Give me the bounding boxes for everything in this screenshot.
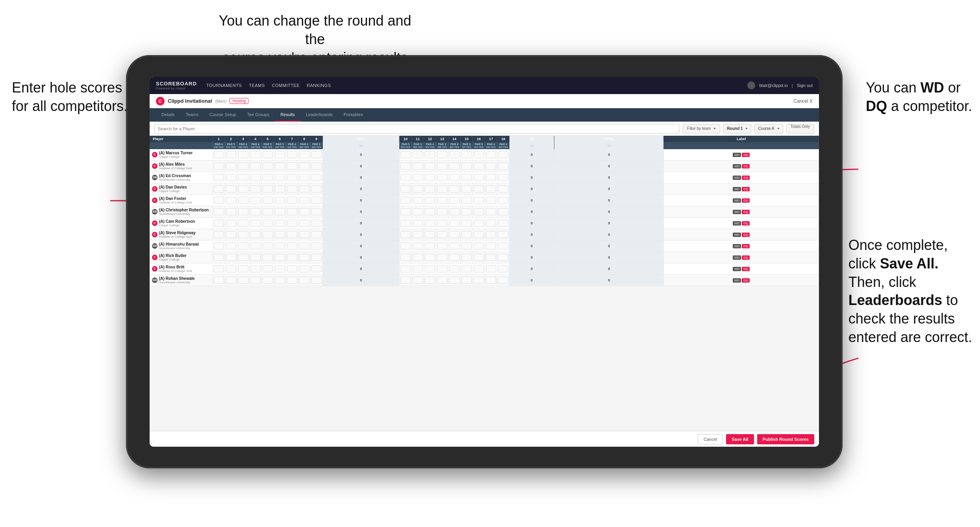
hole-9-input[interactable] [311, 185, 322, 192]
dq-button[interactable]: DQ [742, 278, 750, 283]
hole-12-input[interactable] [425, 254, 435, 261]
hole-2-input[interactable] [226, 242, 236, 250]
hole-15-input[interactable] [461, 163, 472, 170]
hole-10-input[interactable] [400, 242, 411, 250]
hole-13-input[interactable] [437, 242, 447, 250]
hole-7-input[interactable] [287, 163, 297, 170]
hole-3-input[interactable] [238, 208, 248, 215]
sign-out-text[interactable]: Sign out [797, 83, 813, 88]
hole-4-input[interactable] [250, 265, 261, 272]
hole-4-input[interactable] [250, 151, 261, 158]
hole-8-input[interactable] [299, 220, 309, 227]
hole-11-input[interactable] [413, 277, 423, 284]
hole-7-input[interactable] [287, 151, 297, 158]
hole-5-input[interactable] [263, 220, 273, 227]
wd-button[interactable]: WD [733, 233, 741, 237]
hole-10-input[interactable] [400, 208, 411, 215]
hole-17-input[interactable] [486, 254, 496, 261]
hole-11-input[interactable] [413, 242, 423, 250]
hole-7-input[interactable] [287, 174, 297, 181]
hole-13-input[interactable] [437, 265, 447, 272]
hole-5-input[interactable] [263, 277, 273, 284]
hole-11-input[interactable] [413, 231, 423, 238]
dq-button[interactable]: DQ [742, 267, 750, 271]
hole-17-input[interactable] [486, 231, 496, 238]
wd-button[interactable]: WD [733, 278, 741, 283]
hole-4-input[interactable] [250, 197, 261, 204]
hole-12-input[interactable] [425, 185, 435, 192]
hole-2-input[interactable] [226, 277, 236, 284]
hole-3-input[interactable] [238, 265, 248, 272]
hole-15-input[interactable] [461, 197, 472, 204]
wd-button[interactable]: WD [733, 153, 741, 157]
hole-10-input[interactable] [400, 151, 411, 158]
cancel-top-button[interactable]: Cancel X [793, 98, 813, 104]
hole-2-input[interactable] [226, 185, 236, 192]
hole-16-input[interactable] [474, 254, 484, 261]
hole-9-input[interactable] [311, 265, 322, 272]
hole-10-input[interactable] [400, 254, 411, 261]
hole-6-input[interactable] [275, 208, 285, 215]
hole-7-input[interactable] [287, 185, 297, 192]
hole-4-input[interactable] [250, 208, 261, 215]
hole-1-input[interactable] [214, 208, 224, 215]
hole-16-input[interactable] [474, 151, 484, 158]
hole-8-input[interactable] [299, 163, 309, 170]
hole-7-input[interactable] [287, 197, 297, 204]
hole-4-input[interactable] [250, 277, 261, 284]
hole-1-input[interactable] [214, 231, 224, 238]
hole-17-input[interactable] [486, 174, 496, 181]
wd-button[interactable]: WD [733, 267, 741, 271]
hole-1-input[interactable] [214, 265, 224, 272]
hole-7-input[interactable] [287, 242, 297, 250]
tab-leaderboards[interactable]: Leaderboards [300, 108, 338, 122]
nav-tournaments[interactable]: TOURNAMENTS [206, 83, 242, 88]
hole-14-input[interactable] [449, 231, 459, 238]
nav-teams[interactable]: TEAMS [249, 83, 265, 88]
hole-12-input[interactable] [425, 151, 435, 158]
hole-4-input[interactable] [250, 242, 261, 250]
hole-9-input[interactable] [311, 242, 322, 250]
hole-8-input[interactable] [299, 197, 309, 204]
hole-15-input[interactable] [461, 254, 472, 261]
hole-11-input[interactable] [413, 185, 423, 192]
hole-9-input[interactable] [311, 163, 322, 170]
hole-8-input[interactable] [299, 185, 309, 192]
hole-10-input[interactable] [400, 220, 411, 227]
hole-9-input[interactable] [311, 197, 322, 204]
hole-9-input[interactable] [311, 277, 322, 284]
hole-2-input[interactable] [226, 265, 236, 272]
hole-12-input[interactable] [425, 242, 435, 250]
dq-button[interactable]: DQ [742, 210, 750, 214]
hole-14-input[interactable] [449, 242, 459, 250]
filter-team-button[interactable]: Filter by team [683, 124, 721, 133]
hole-15-input[interactable] [461, 185, 472, 192]
hole-7-input[interactable] [287, 231, 297, 238]
publish-button[interactable]: Publish Round Scores [757, 434, 814, 444]
dq-button[interactable]: DQ [742, 255, 750, 260]
hole-17-input[interactable] [486, 208, 496, 215]
hole-18-input[interactable] [498, 185, 508, 192]
hole-11-input[interactable] [413, 254, 423, 261]
hole-17-input[interactable] [486, 163, 496, 170]
hole-9-input[interactable] [311, 151, 322, 158]
hole-18-input[interactable] [498, 265, 508, 272]
hole-9-input[interactable] [311, 220, 322, 227]
hole-1-input[interactable] [214, 174, 224, 181]
dq-button[interactable]: DQ [742, 164, 750, 168]
hole-2-input[interactable] [226, 197, 236, 204]
hole-13-input[interactable] [437, 197, 447, 204]
hole-6-input[interactable] [275, 242, 285, 250]
tab-printables[interactable]: Printables [338, 108, 369, 122]
hole-9-input[interactable] [311, 174, 322, 181]
hole-17-input[interactable] [486, 220, 496, 227]
wd-button[interactable]: WD [733, 210, 741, 214]
hole-7-input[interactable] [287, 220, 297, 227]
hole-11-input[interactable] [413, 208, 423, 215]
hole-2-input[interactable] [226, 220, 236, 227]
dq-button[interactable]: DQ [742, 221, 750, 226]
course-select[interactable]: Course A [754, 124, 783, 133]
hole-13-input[interactable] [437, 254, 447, 261]
hole-14-input[interactable] [449, 208, 459, 215]
hole-16-input[interactable] [474, 163, 484, 170]
